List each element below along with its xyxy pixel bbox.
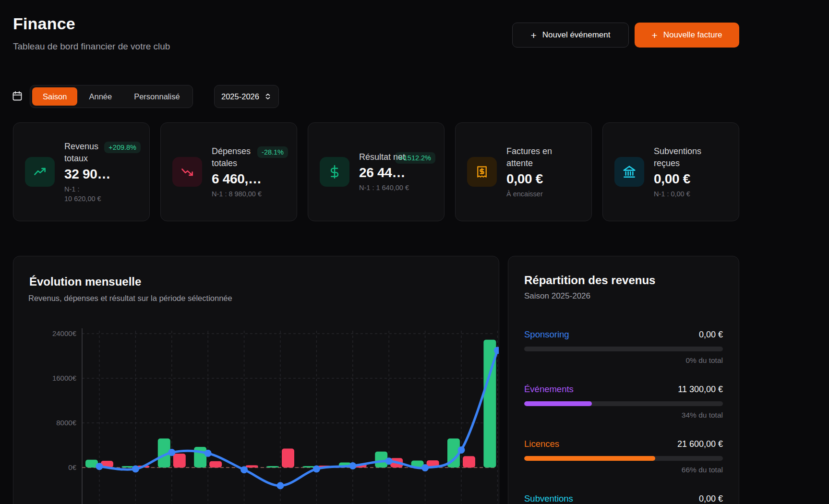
breakdown-percent: 66% du total [524, 466, 723, 474]
kpi-sub: N-1 : 8 980,00 € [212, 189, 285, 199]
season-select[interactable]: 2025-2026 [214, 85, 279, 108]
page-subtitle: Tableau de bord financier de votre club [13, 41, 170, 52]
svg-text:16000€: 16000€ [52, 374, 77, 382]
kpi-card-5: Subventions reçues0,00 €N-1 : 0,00 € [602, 122, 739, 221]
breakdown-row-événements: Événements11 300,00 €34% du total [524, 384, 723, 420]
kpi-card-2: -28.1%Dépenses totales6 460,…N-1 : 8 980… [160, 122, 297, 221]
chart-title: Évolution mensuelle [29, 275, 141, 288]
kpi-sub: À encaisser [506, 189, 580, 199]
period-mode-tabs: Saison Année Personnalisé [30, 85, 193, 108]
breakdown-label: Événements [524, 384, 574, 395]
kpi-value: 26 44… [359, 165, 433, 180]
receipt-icon [467, 157, 497, 187]
kpi-value: 0,00 € [654, 171, 727, 187]
breakdown-progress-fill [524, 456, 655, 461]
new-event-label: Nouvel événement [542, 30, 611, 40]
trend-down-icon [172, 157, 202, 187]
tab-annee[interactable]: Année [78, 87, 122, 106]
kpi-value: 0,00 € [506, 171, 580, 187]
breakdown-progress-fill [524, 401, 592, 406]
kpi-value: 32 90… [64, 167, 138, 182]
breakdown-value: 0,00 € [699, 330, 723, 340]
plus-icon: + [530, 30, 536, 40]
kpi-sub: N-1 : 1 640,00 € [359, 183, 433, 192]
breakdown-title: Répartition des revenus [524, 274, 723, 287]
breakdown-value: 0,00 € [699, 494, 723, 504]
new-invoice-button[interactable]: + Nouvelle facture [635, 23, 739, 48]
tab-personnalise[interactable]: Personnalisé [123, 87, 190, 106]
breakdown-label: Licences [524, 439, 559, 449]
monthly-evolution-card: 24000€16000€8000€0€ Évolution mensuelle … [13, 256, 499, 504]
calendar-icon [12, 90, 23, 102]
trend-up-icon [25, 157, 55, 187]
breakdown-value: 21 600,00 € [677, 439, 723, 449]
breakdown-percent: 34% du total [524, 411, 723, 420]
svg-text:24000€: 24000€ [52, 329, 77, 337]
kpi-badge: -28.1% [257, 146, 288, 158]
breakdown-progress-track [524, 456, 723, 461]
kpi-title: Factures en attente [506, 145, 563, 169]
page-title: Finance [13, 14, 75, 33]
chart-subtitle: Revenus, dépenses et résultat sur la pér… [28, 294, 232, 303]
breakdown-subtitle: Saison 2025-2026 [524, 291, 723, 301]
svg-text:0€: 0€ [68, 463, 76, 471]
new-event-button[interactable]: + Nouvel événement [512, 23, 629, 48]
chevron-up-down-icon [264, 93, 272, 100]
season-select-value: 2025-2026 [221, 92, 259, 101]
breakdown-label: Subventions [524, 493, 573, 504]
breakdown-value: 11 300,00 € [678, 384, 723, 395]
breakdown-row-sponsoring: Sponsoring0,00 €0% du total [524, 329, 723, 365]
kpi-title: Subventions reçues [654, 145, 710, 169]
kpi-badge: +209.8% [104, 142, 141, 153]
kpi-value: 6 460,… [212, 171, 285, 187]
new-invoice-label: Nouvelle facture [663, 30, 722, 40]
svg-text:8000€: 8000€ [56, 419, 76, 427]
breakdown-progress-track [524, 401, 723, 406]
kpi-sub: N-1 : 10 620,00 € [64, 184, 138, 204]
breakdown-row-licences: Licences21 600,00 €66% du total [524, 439, 723, 474]
revenue-breakdown-card: Répartition des revenus Saison 2025-2026… [508, 256, 739, 504]
kpi-card-1: +209.8%Revenus totaux32 90…N-1 : 10 620,… [13, 122, 150, 221]
breakdown-progress-track [524, 347, 723, 351]
breakdown-label: Sponsoring [524, 329, 569, 340]
kpi-card-3: +1512.2%Résultat net26 44…N-1 : 1 640,00… [308, 122, 445, 221]
kpi-sub: N-1 : 0,00 € [654, 189, 727, 199]
kpi-badge: +1512.2% [395, 152, 435, 164]
bank-icon [614, 157, 644, 187]
dollar-icon [320, 157, 349, 187]
breakdown-percent: 0% du total [524, 356, 723, 365]
tab-saison[interactable]: Saison [32, 87, 77, 106]
breakdown-row-subventions: Subventions0,00 €0% du total [524, 493, 723, 504]
plus-icon: + [651, 30, 657, 40]
kpi-card-4: Factures en attente0,00 €À encaisser [455, 122, 592, 221]
